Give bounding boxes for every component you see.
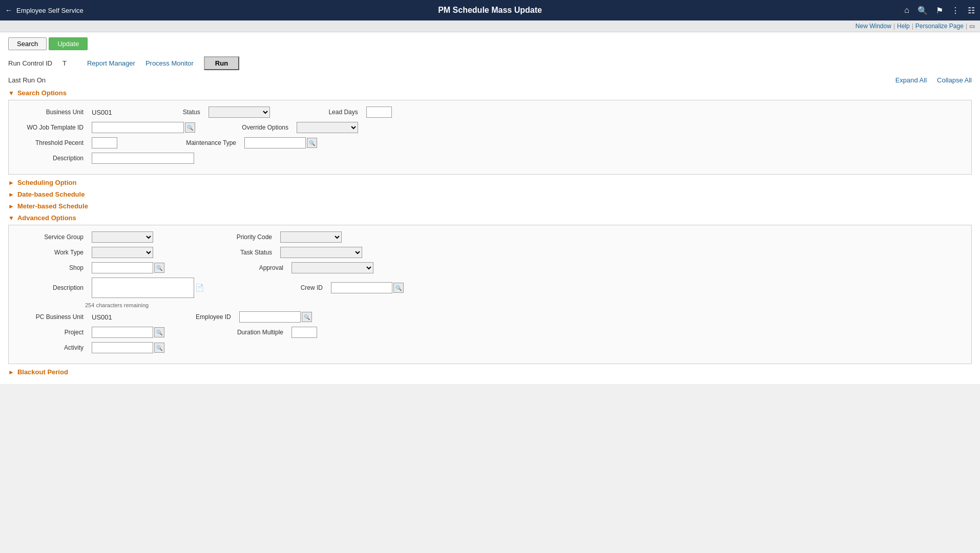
back-arrow-icon[interactable]: ← bbox=[5, 6, 12, 14]
expand-all-link[interactable]: Expand All bbox=[895, 76, 927, 84]
employee-id-input[interactable] bbox=[239, 311, 301, 323]
main-content: Search Update Run Control ID T Report Ma… bbox=[0, 32, 980, 384]
date-based-schedule-section: ► Date-based Schedule bbox=[8, 190, 972, 198]
approval-select[interactable] bbox=[291, 262, 373, 273]
task-status-label: Task Status bbox=[211, 249, 272, 256]
pc-business-unit-label: PC Business Unit bbox=[17, 313, 84, 321]
advanced-options-box: Service Group Priority Code Work Type Ta… bbox=[8, 225, 972, 364]
grid-icon[interactable]: ☷ bbox=[968, 6, 975, 15]
activity-label: Activity bbox=[17, 344, 84, 351]
expand-collapse-controls: Expand All Collapse All bbox=[895, 76, 972, 84]
wo-job-template-field: 🔍 bbox=[92, 122, 195, 133]
approval-label: Approval bbox=[222, 264, 283, 271]
crew-id-input[interactable] bbox=[331, 282, 392, 293]
employee-id-label: Employee ID bbox=[170, 313, 231, 321]
business-unit-value: US001 bbox=[92, 109, 112, 116]
help-link[interactable]: Help bbox=[897, 23, 910, 30]
status-label: Status bbox=[170, 109, 200, 116]
status-select[interactable] bbox=[208, 107, 270, 118]
meter-based-schedule-section: ► Meter-based Schedule bbox=[8, 202, 972, 210]
run-control-row: Run Control ID T Report Manager Process … bbox=[8, 56, 972, 70]
activity-field: 🔍 bbox=[92, 342, 164, 353]
crew-id-search-btn[interactable]: 🔍 bbox=[393, 283, 404, 293]
run-control-label: Run Control ID bbox=[8, 59, 52, 67]
search-options-row1: Business Unit US001 Status Lead Days bbox=[17, 107, 963, 118]
advanced-row5: PC Business Unit US001 Employee ID 🔍 bbox=[17, 311, 963, 323]
search-options-toggle-icon: ▼ bbox=[8, 90, 14, 97]
last-run-row: Last Run On Expand All Collapse All bbox=[8, 76, 972, 84]
layout-icon[interactable]: ▭ bbox=[969, 23, 975, 30]
service-group-select[interactable] bbox=[92, 231, 153, 243]
project-label: Project bbox=[17, 329, 84, 336]
threshold-percent-input[interactable] bbox=[92, 137, 117, 148]
top-bar-actions: ⌂ 🔍 ⚑ ⋮ ☷ bbox=[904, 6, 975, 15]
sep1: | bbox=[893, 23, 895, 30]
collapse-all-link[interactable]: Collapse All bbox=[937, 76, 972, 84]
advanced-row2: Work Type Task Status bbox=[17, 247, 963, 258]
lead-days-label: Lead Days bbox=[317, 109, 358, 116]
date-based-schedule-toggle-icon: ► bbox=[8, 191, 14, 198]
activity-search-btn[interactable]: 🔍 bbox=[154, 343, 164, 353]
task-status-select[interactable] bbox=[280, 247, 362, 258]
search-options-section: ▼ Search Options Business Unit US001 Sta… bbox=[8, 89, 972, 175]
meter-based-schedule-toggle-icon: ► bbox=[8, 203, 14, 210]
override-options-select[interactable] bbox=[297, 122, 358, 133]
tab-search[interactable]: Search bbox=[8, 37, 47, 50]
tab-update[interactable]: Update bbox=[49, 37, 88, 50]
secondary-navigation: New Window | Help | Personalize Page | ▭ bbox=[0, 20, 980, 32]
description-field-advanced: 📄 bbox=[92, 278, 204, 298]
meter-based-schedule-header[interactable]: ► Meter-based Schedule bbox=[8, 202, 972, 210]
business-unit-label: Business Unit bbox=[17, 109, 84, 116]
description-textarea-advanced[interactable] bbox=[92, 278, 194, 298]
advanced-options-header[interactable]: ▼ Advanced Options bbox=[8, 214, 972, 222]
shop-search-btn[interactable]: 🔍 bbox=[154, 263, 164, 273]
home-icon[interactable]: ⌂ bbox=[904, 6, 909, 15]
advanced-options-section: ▼ Advanced Options Service Group Priorit… bbox=[8, 214, 972, 364]
run-button[interactable]: Run bbox=[204, 56, 239, 70]
employee-id-search-btn[interactable]: 🔍 bbox=[302, 312, 312, 322]
blackout-period-section: ► Blackout Period bbox=[8, 368, 972, 376]
shop-input[interactable] bbox=[92, 262, 153, 273]
back-navigation[interactable]: ← Employee Self Service bbox=[5, 6, 84, 14]
scheduling-option-header[interactable]: ► Scheduling Option bbox=[8, 179, 972, 186]
pc-business-unit-value: US001 bbox=[92, 313, 112, 321]
activity-input[interactable] bbox=[92, 342, 153, 353]
duration-multiple-label: Duration Multiple bbox=[222, 329, 283, 336]
search-icon[interactable]: 🔍 bbox=[918, 6, 928, 15]
crew-id-label: Crew ID bbox=[261, 284, 323, 291]
description-input-search[interactable] bbox=[92, 153, 194, 164]
advanced-options-toggle-icon: ▼ bbox=[8, 215, 14, 222]
override-options-label: Override Options bbox=[227, 124, 288, 131]
sep2: | bbox=[912, 23, 913, 30]
new-window-link[interactable]: New Window bbox=[856, 23, 891, 30]
flag-icon[interactable]: ⚑ bbox=[936, 6, 943, 15]
more-menu-icon[interactable]: ⋮ bbox=[951, 6, 960, 15]
blackout-period-header[interactable]: ► Blackout Period bbox=[8, 368, 972, 376]
report-manager-link[interactable]: Report Manager bbox=[87, 59, 135, 67]
work-type-select[interactable] bbox=[92, 247, 153, 258]
blackout-period-label: Blackout Period bbox=[17, 368, 68, 376]
work-type-label: Work Type bbox=[17, 249, 84, 256]
last-run-label: Last Run On bbox=[8, 76, 46, 84]
maintenance-type-search-btn[interactable]: 🔍 bbox=[307, 138, 317, 148]
shop-field: 🔍 bbox=[92, 262, 164, 273]
maintenance-type-input[interactable] bbox=[244, 137, 306, 148]
priority-code-select[interactable] bbox=[280, 231, 342, 243]
lead-days-input[interactable] bbox=[366, 107, 392, 118]
tab-bar: Search Update bbox=[8, 37, 972, 50]
project-search-btn[interactable]: 🔍 bbox=[154, 327, 164, 337]
search-options-header[interactable]: ▼ Search Options bbox=[8, 89, 972, 97]
wo-job-template-search-btn[interactable]: 🔍 bbox=[185, 122, 195, 133]
wo-job-template-label: WO Job Template ID bbox=[17, 124, 84, 131]
wo-job-template-input[interactable] bbox=[92, 122, 184, 133]
project-input[interactable] bbox=[92, 327, 153, 338]
maintenance-type-field: 🔍 bbox=[244, 137, 317, 148]
maintenance-type-label: Maintenance Type bbox=[175, 139, 236, 146]
process-monitor-link[interactable]: Process Monitor bbox=[145, 59, 194, 67]
duration-multiple-input[interactable] bbox=[291, 327, 317, 338]
app-title: Employee Self Service bbox=[16, 7, 84, 14]
personalize-link[interactable]: Personalize Page bbox=[915, 23, 964, 30]
date-based-schedule-header[interactable]: ► Date-based Schedule bbox=[8, 190, 972, 198]
edit-icon[interactable]: 📄 bbox=[195, 284, 204, 292]
description-label-advanced: Description bbox=[17, 284, 84, 291]
